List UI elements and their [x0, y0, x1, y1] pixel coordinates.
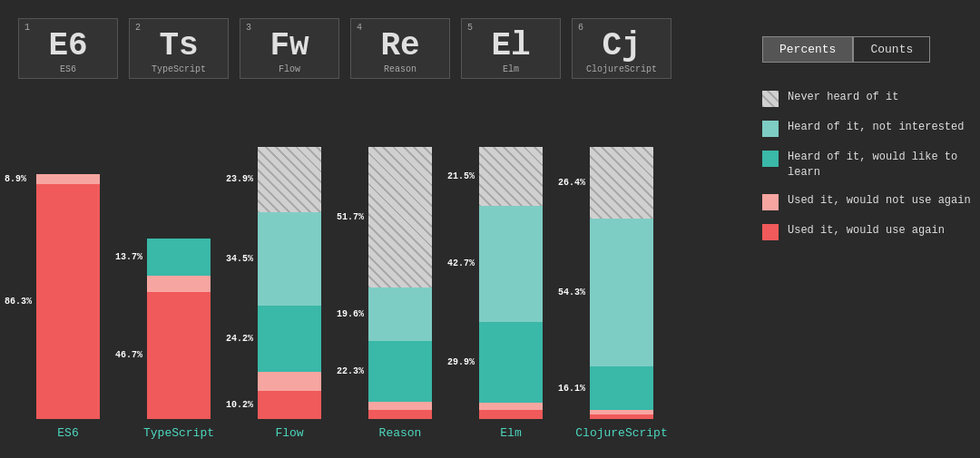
legend: Never heard of itHeard of it, not intere… — [762, 90, 971, 240]
card-name: Elm — [467, 64, 554, 74]
bar-group-es6: 86.3%8.9%ES6 — [18, 147, 118, 440]
card-number: 4 — [357, 23, 362, 33]
seg-heard-learn-clojurescript: 16.1% — [590, 366, 653, 410]
bars-row: 86.3%8.9%ES646.7%13.7%TypeScript10.2%24.… — [18, 88, 744, 440]
seg-label-used-not-es6: 8.9% — [5, 174, 26, 184]
card-symbol: E6 — [24, 30, 112, 63]
card-number: 2 — [135, 23, 141, 33]
main-container: 1 E6 ES6 2 Ts TypeScript 3 Fw Flow 4 Re … — [0, 0, 980, 458]
bar-label-es6: ES6 — [57, 426, 78, 440]
seg-used-not-flow — [258, 372, 321, 392]
card-number: 6 — [578, 23, 583, 33]
legend-item-heard-not: Heard of it, not interested — [762, 120, 971, 137]
card-clojurescript: 6 Cj ClojureScript — [572, 18, 671, 79]
legend-text-never: Never heard of it — [788, 90, 898, 105]
card-symbol: Cj — [578, 30, 665, 63]
legend-text-heard-not: Heard of it, not interested — [788, 120, 964, 135]
bar-group-typescript: 46.7%13.7%TypeScript — [129, 147, 229, 440]
seg-used-yes-typescript: 46.7% — [147, 292, 211, 419]
seg-used-not-es6: 8.9% — [36, 174, 100, 184]
cards-row: 1 E6 ES6 2 Ts TypeScript 3 Fw Flow 4 Re … — [18, 18, 744, 79]
card-name: Flow — [246, 64, 333, 74]
seg-heard-not-clojurescript: 54.3% — [590, 219, 653, 366]
seg-label-never-clojurescript: 26.4% — [558, 178, 585, 188]
seg-label-heard-not-clojurescript: 54.3% — [558, 287, 585, 297]
card-symbol: Re — [357, 30, 444, 63]
seg-label-heard-learn-typescript: 13.7% — [115, 252, 142, 262]
seg-heard-learn-typescript: 13.7% — [147, 239, 211, 276]
toggle-buttons: Percents Counts — [762, 36, 971, 63]
bar-group-elm: 29.9%42.7%21.5%Elm — [461, 147, 561, 440]
card-symbol: Ts — [135, 30, 222, 63]
legend-swatch-never — [762, 91, 779, 107]
bar-label-reason: Reason — [379, 426, 422, 440]
seg-label-used-yes-es6: 86.3% — [5, 297, 32, 307]
seg-heard-not-flow: 34.5% — [258, 212, 321, 307]
seg-label-never-reason: 51.7% — [337, 212, 364, 222]
card-number: 3 — [246, 23, 251, 33]
seg-never-flow: 23.9% — [258, 147, 321, 212]
seg-heard-learn-elm: 29.9% — [479, 322, 543, 404]
legend-swatch-used-not — [762, 194, 779, 210]
seg-label-heard-learn-flow: 24.2% — [226, 334, 253, 344]
legend-text-used-not: Used it, would not use again — [788, 193, 971, 209]
legend-item-never: Never heard of it — [762, 90, 971, 107]
seg-never-clojurescript: 26.4% — [590, 147, 653, 219]
bar-container-elm: 29.9%42.7%21.5% — [479, 147, 543, 419]
legend-item-used-yes: Used it, would use again — [762, 223, 971, 240]
card-symbol: El — [467, 30, 554, 63]
card-name: TypeScript — [135, 64, 222, 74]
seg-used-yes-clojurescript — [590, 414, 653, 419]
seg-heard-not-elm: 42.7% — [479, 206, 543, 322]
seg-label-heard-not-flow: 34.5% — [226, 254, 253, 264]
seg-label-heard-not-reason: 19.6% — [337, 309, 364, 319]
counts-button[interactable]: Counts — [853, 36, 930, 63]
seg-never-reason: 51.7% — [368, 147, 432, 287]
card-es6: 1 E6 ES6 — [18, 18, 118, 79]
chart-area: 1 E6 ES6 2 Ts TypeScript 3 Fw Flow 4 Re … — [18, 18, 744, 440]
seg-used-not-typescript — [147, 276, 211, 292]
seg-used-yes-reason — [368, 410, 432, 419]
card-reason: 4 Re Reason — [350, 18, 450, 79]
bar-container-reason: 22.3%19.6%51.7% — [368, 147, 432, 419]
seg-label-heard-learn-clojurescript: 16.1% — [558, 384, 585, 394]
bar-group-flow: 10.2%24.2%34.5%23.9%Flow — [240, 147, 339, 440]
percents-button[interactable]: Percents — [762, 36, 853, 63]
seg-heard-learn-flow: 24.2% — [258, 306, 321, 372]
legend-swatch-used-yes — [762, 224, 779, 240]
legend-item-heard-learn: Heard of it, would like to learn — [762, 150, 971, 180]
bar-group-clojurescript: 16.1%54.3%26.4%ClojureScript — [572, 147, 671, 440]
legend-swatch-heard-not — [762, 121, 779, 137]
card-symbol: Fw — [246, 30, 333, 63]
seg-used-not-elm — [479, 403, 543, 410]
seg-label-heard-learn-reason: 22.3% — [337, 366, 364, 376]
seg-heard-not-reason: 19.6% — [368, 287, 432, 341]
seg-label-never-elm: 21.5% — [447, 171, 475, 181]
bar-label-elm: Elm — [500, 426, 521, 440]
seg-used-not-clojurescript — [590, 410, 653, 414]
card-flow: 3 Fw Flow — [240, 18, 339, 79]
seg-used-yes-flow: 10.2% — [258, 391, 321, 419]
seg-label-never-flow: 23.9% — [226, 174, 253, 184]
seg-label-used-yes-typescript: 46.7% — [115, 350, 142, 360]
bar-container-typescript: 46.7%13.7% — [147, 147, 211, 419]
bar-container-clojurescript: 16.1%54.3%26.4% — [590, 147, 653, 419]
card-elm: 5 El Elm — [461, 18, 561, 79]
card-name: ClojureScript — [578, 64, 665, 74]
bar-label-flow: Flow — [275, 426, 303, 440]
bar-label-clojurescript: ClojureScript — [575, 426, 667, 440]
seg-used-yes-es6: 86.3% — [36, 184, 100, 419]
seg-never-elm: 21.5% — [479, 147, 543, 206]
legend-text-heard-learn: Heard of it, would like to learn — [788, 150, 971, 180]
legend-text-used-yes: Used it, would use again — [788, 223, 945, 239]
card-number: 1 — [24, 23, 30, 33]
bar-label-typescript: TypeScript — [143, 426, 214, 440]
card-name: Reason — [357, 64, 444, 74]
bar-group-reason: 22.3%19.6%51.7%Reason — [350, 147, 450, 440]
seg-label-used-yes-flow: 10.2% — [226, 400, 253, 410]
bar-container-flow: 10.2%24.2%34.5%23.9% — [258, 147, 321, 419]
card-name: ES6 — [24, 64, 112, 74]
seg-label-heard-learn-elm: 29.9% — [447, 357, 475, 367]
card-number: 5 — [467, 23, 473, 33]
bar-container-es6: 86.3%8.9% — [36, 147, 100, 419]
